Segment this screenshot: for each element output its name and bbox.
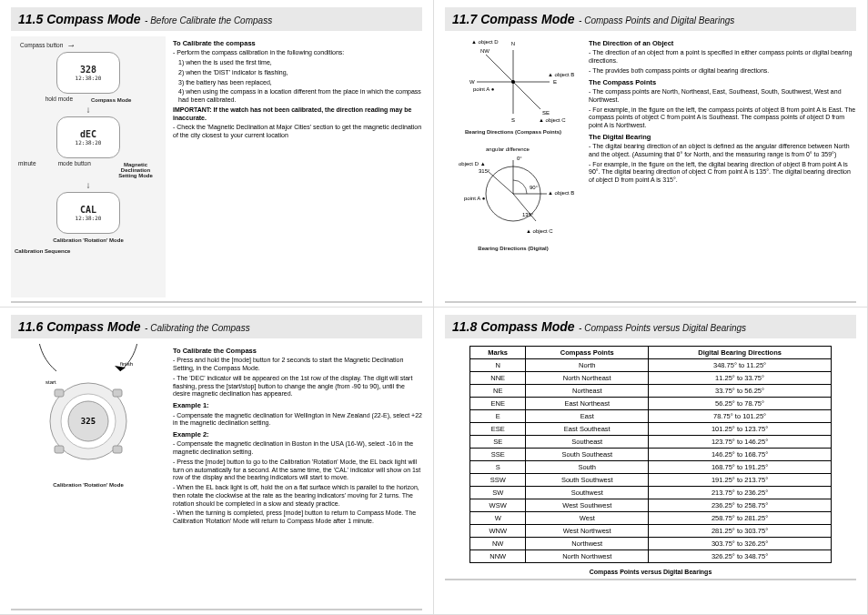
section-11-6: 11.6 Compass Mode - Calibrating the Comp… [0,308,434,615]
section-11-7: 11.7 Compass Mode - Compass Points and D… [434,0,868,308]
table-row: EEast78.75° to 101.25° [470,410,832,423]
table-row: WWest258.75° to 281.25° [470,512,832,525]
svg-rect-36 [113,389,122,397]
title-11-7: 11.7 Compass Mode - Compass Points and D… [445,7,856,31]
compass-points-diagram: N S E W NW SE ▲ object D ▲ object B ▲ ob… [459,36,568,127]
col-compass-points: Compass Points [526,347,649,359]
digital-bearing-diagram: angular difference 0° 90° 135° 315° obje… [459,144,568,244]
section-11-8: 11.8 Compass Mode - Compass Points versu… [434,308,868,615]
svg-text:start: start [45,379,56,385]
table-row: SSouth168.75° to 191.25° [470,461,832,474]
watch-display-compass: 328 12:38:20 [56,52,120,94]
table-row: NENortheast33.75° to 56.25° [470,385,832,398]
arrow-right-icon: → [66,40,76,50]
table-row: WNWWest Northwest281.25° to 303.75° [470,525,832,538]
table-row: SSWSouth Southwest191.25° to 213.75° [470,474,832,487]
svg-text:SE: SE [542,110,550,116]
svg-text:▲ object B: ▲ object B [548,72,574,77]
svg-text:325: 325 [81,417,96,426]
svg-text:0°: 0° [517,156,522,161]
table-row: NWNorthwest303.75° to 326.25° [470,538,832,550]
svg-text:E: E [553,79,557,85]
table-row: NNWNorth Northwest326.25° to 348.75° [470,550,832,563]
arrow-down-icon: ↓ [86,180,91,190]
svg-text:point A ●: point A ● [473,86,495,92]
figure-calibration-sequence: Compass button → 328 12:38:20 hold modeC… [11,36,166,297]
text-11-6: To Calibrate the Compass - Press and hol… [173,344,422,605]
table-row: NNENorth Northeast11.25° to 33.75° [470,372,832,385]
table-row: ESEEast Southeast101.25° to 123.75° [470,423,832,436]
svg-text:315°: 315° [479,168,490,174]
svg-text:▲ object B: ▲ object B [548,190,574,196]
title-11-8: 11.8 Compass Mode - Compass Points versu… [445,315,856,338]
svg-text:object D ▲: object D ▲ [459,161,486,166]
svg-rect-38 [113,446,122,453]
watch-display-dec: dEC 12:38:20 [56,116,120,158]
table-row: SWSouthwest213.75° to 236.25° [470,487,832,499]
svg-text:finish: finish [120,361,133,367]
svg-text:▲ object C: ▲ object C [539,117,566,123]
svg-text:▲ object D: ▲ object D [471,39,499,45]
svg-text:angular difference: angular difference [486,146,530,152]
col-marks: Marks [470,347,526,359]
svg-text:S: S [511,117,515,123]
svg-line-18 [488,171,513,194]
svg-text:90°: 90° [530,185,539,190]
table-row: ENEEast Northeast56.25° to 78.75° [470,398,832,410]
svg-text:point A ●: point A ● [464,196,486,201]
table-caption: Compass Points versus Digital Bearings [445,569,856,575]
text-11-5: To Calibrate the compass - Perform the c… [173,36,422,297]
svg-text:W: W [469,79,475,85]
svg-text:NW: NW [480,48,490,54]
title-11-6: 11.6 Compass Mode - Calibrating the Comp… [11,315,422,338]
table-row: NNorth348.75° to 11.25° [470,359,832,372]
section-11-5: 11.5 Compass Mode - Before Calibrate the… [0,0,434,308]
col-digital-bearing: Digital Bearing Directions [649,347,832,359]
arrow-down-icon: ↓ [86,105,91,115]
table-row: SSESouth Southeast146.25° to 168.75° [470,449,832,461]
watch-display-cal: CAL 12:38:20 [56,192,120,234]
table-row: WSWWest Southwest236.25° to 258.75° [470,499,832,512]
svg-text:135°: 135° [522,212,534,217]
figure-rotation-watch: start finish 325 Calibration 'Rotation' … [11,344,166,605]
svg-text:N: N [511,41,515,46]
bearings-table: Marks Compass Points Digital Bearing Dir… [469,346,832,563]
svg-text:▲ object C: ▲ object C [526,228,553,234]
svg-rect-37 [55,446,64,453]
table-row: SESoutheast123.75° to 146.25° [470,436,832,449]
figure-bearing-diagrams: N S E W NW SE ▲ object D ▲ object B ▲ ob… [445,36,581,297]
svg-rect-35 [55,389,64,397]
rotation-watch-diagram: start finish 325 [20,344,156,480]
title-11-5: 11.5 Compass Mode - Before Calibrate the… [11,7,422,31]
text-11-7: The Direction of an Object - The directi… [589,36,856,297]
svg-point-13 [511,80,515,84]
